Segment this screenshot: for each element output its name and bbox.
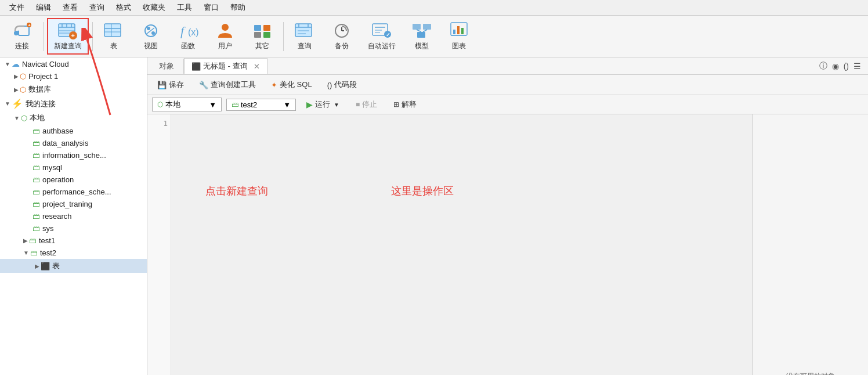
sidebar-db-mysql[interactable]: 🗃 mysql — [0, 161, 147, 174]
chart-label: 图表 — [452, 41, 466, 51]
menu-query[interactable]: 查询 — [85, 1, 109, 14]
sidebar-test1[interactable]: ▶ 🗃 test1 — [0, 235, 147, 247]
local-icon: ⬡ — [21, 114, 27, 122]
sidebar-table-group[interactable]: ▶ ⬛ 表 — [0, 259, 147, 273]
svg-text:✓: ✓ — [386, 32, 390, 38]
menu-help[interactable]: 帮助 — [226, 1, 250, 14]
model-label: 模型 — [415, 41, 429, 51]
save-button[interactable]: 💾 保存 — [152, 77, 189, 92]
svg-rect-28 — [295, 24, 312, 37]
sidebar-test2[interactable]: ▼ 🗃 test2 — [0, 247, 147, 259]
db-data-analysis-icon: 🗃 — [32, 139, 40, 147]
sidebar-database[interactable]: ▶ ⬡ 数据库 — [0, 82, 147, 96]
local-dropdown-arrow: ▼ — [209, 100, 216, 109]
run-button[interactable]: ▶ 运行 ▼ — [301, 98, 345, 111]
user-button[interactable]: 用户 — [208, 19, 243, 54]
content-area: 对象 ⬛ 无标题 - 查询 ✕ ⓘ ◉ () ☰ 💾 保存 🔧 查询创建工具 — [147, 57, 868, 375]
menu-favorites[interactable]: 收藏夹 — [138, 1, 170, 14]
sidebar-db-data-analysis[interactable]: 🗃 data_analysis — [0, 137, 147, 149]
eye-icon[interactable]: ◉ — [832, 62, 839, 71]
db-project-traning-icon: 🗃 — [32, 200, 40, 208]
menu-format[interactable]: 格式 — [111, 1, 136, 14]
autorun-icon: ✓ — [371, 21, 392, 40]
line-1: 1 — [150, 119, 168, 128]
db-mysql-label: mysql — [42, 163, 62, 172]
local-dropdown[interactable]: ⬡ 本地 ▼ — [152, 98, 222, 111]
database-label: 数据库 — [28, 84, 51, 95]
user-label: 用户 — [218, 41, 232, 51]
table-button[interactable]: 表 — [96, 19, 131, 54]
sidebar-db-performance-schema[interactable]: 🗃 performance_sche... — [0, 186, 147, 198]
db-info-schema-icon: 🗃 — [32, 151, 40, 160]
database-icon: ⬡ — [20, 85, 26, 94]
new-query-label: 新建查询 — [54, 41, 82, 51]
tab-objects[interactable]: 对象 — [150, 59, 184, 74]
svg-point-18 — [147, 27, 150, 30]
sidebar-my-connection[interactable]: ▼ ⚡ 我的连接 — [0, 96, 147, 111]
sidebar-navicat-cloud[interactable]: ▼ ☁ Navicat Cloud — [0, 57, 147, 70]
db-perf-schema-label: performance_sche... — [42, 188, 111, 196]
function-button[interactable]: f (x) 函数 — [171, 19, 205, 54]
tab-bar: 对象 ⬛ 无标题 - 查询 ✕ ⓘ ◉ () ☰ — [147, 57, 868, 75]
connect-button[interactable]: + 连接 — [5, 19, 39, 54]
new-query-button[interactable]: + 新建查询 — [47, 18, 89, 55]
db-authbase-label: authbase — [42, 127, 74, 135]
menu-file[interactable]: 文件 — [5, 1, 29, 14]
connection-icon: ⚡ — [12, 98, 23, 109]
explain-icon: ⊞ — [393, 100, 399, 109]
menu-view[interactable]: 查看 — [58, 1, 82, 14]
db-operation-icon: 🗃 — [32, 175, 40, 184]
layout-icon[interactable]: ☰ — [853, 62, 861, 71]
sidebar-local[interactable]: ▼ ⬡ 本地 — [0, 111, 147, 125]
autorun-button[interactable]: ✓ 自动运行 — [361, 19, 402, 54]
paren-icon[interactable]: () — [844, 62, 849, 71]
sidebar-project1[interactable]: ▶ ⬡ Project 1 — [0, 70, 147, 82]
save-icon: 💾 — [157, 81, 167, 89]
test1-icon: 🗃 — [29, 236, 37, 245]
beautify-sql-button[interactable]: ✦ 美化 SQL — [266, 77, 317, 92]
view-button[interactable]: 视图 — [133, 19, 168, 54]
db-info-schema-label: information_sche... — [42, 151, 106, 160]
svg-rect-25 — [263, 25, 270, 31]
project1-label: Project 1 — [28, 72, 58, 81]
sidebar: ▼ ☁ Navicat Cloud ▶ ⬡ Project 1 ▶ ⬡ 数据库 … — [0, 57, 147, 375]
code-snippet-button[interactable]: () 代码段 — [322, 77, 363, 92]
menu-tools[interactable]: 工具 — [172, 1, 197, 14]
backup-button[interactable]: 备份 — [324, 19, 359, 54]
db-sys-icon: 🗃 — [32, 224, 40, 233]
local-dropdown-value: 本地 — [165, 99, 180, 110]
menu-edit[interactable]: 编辑 — [31, 1, 56, 14]
menu-window[interactable]: 窗口 — [199, 1, 223, 14]
run-label: 运行 — [315, 99, 330, 110]
sidebar-db-project-traning[interactable]: 🗃 project_traning — [0, 198, 147, 210]
query-create-tool-button[interactable]: 🔧 查询创建工具 — [194, 77, 261, 92]
expand-my-connection-icon: ▼ — [5, 100, 10, 107]
db-data-analysis-label: data_analysis — [42, 139, 89, 147]
explain-button[interactable]: ⊞ 解释 — [388, 98, 422, 111]
sidebar-db-operation[interactable]: 🗃 operation — [0, 174, 147, 186]
new-query-icon: + — [57, 21, 78, 40]
sidebar-db-authbase[interactable]: 🗃 authbase — [0, 125, 147, 137]
other-button[interactable]: 其它 — [245, 19, 280, 54]
close-tab-icon[interactable]: ✕ — [254, 62, 260, 71]
svg-rect-27 — [263, 32, 270, 38]
svg-rect-51 — [461, 28, 464, 34]
menubar: 文件 编辑 查看 查询 格式 收藏夹 工具 窗口 帮助 — [0, 0, 868, 16]
model-button[interactable]: 模型 — [404, 19, 439, 54]
info-icon[interactable]: ⓘ — [819, 61, 827, 71]
db-dropdown[interactable]: 🗃 test2 ▼ — [226, 99, 296, 111]
sidebar-db-information-schema[interactable]: 🗃 information_sche... — [0, 149, 147, 161]
expand-navicat-cloud-icon: ▼ — [5, 61, 10, 67]
sidebar-db-research[interactable]: 🗃 research — [0, 210, 147, 222]
tab-query[interactable]: ⬛ 无标题 - 查询 ✕ — [184, 58, 267, 74]
query-button[interactable]: 查询 — [287, 19, 322, 54]
sidebar-db-sys[interactable]: 🗃 sys — [0, 222, 147, 235]
editor-content[interactable]: 点击新建查询 这里是操作区 — [171, 114, 752, 375]
table-group-label: 表 — [52, 261, 60, 271]
stop-button[interactable]: ■ 停止 — [350, 98, 383, 111]
expand-database-icon: ▶ — [14, 86, 19, 93]
code-snippet-label: 代码段 — [334, 80, 357, 90]
chart-button[interactable]: 图表 — [442, 19, 476, 54]
toolbar: + 连接 + 新建查询 — [0, 16, 868, 57]
right-panel: 没有可用的对象 — [752, 114, 868, 375]
